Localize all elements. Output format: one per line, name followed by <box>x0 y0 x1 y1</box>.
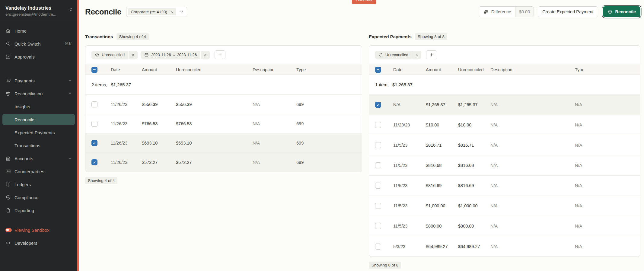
nav-label: Transactions <box>14 143 40 148</box>
search-icon <box>5 41 11 46</box>
status-filter-chip[interactable]: Unreconciled <box>91 51 138 59</box>
expected-payments-panel-header: Expected Payments Showing 8 of 8 <box>369 33 640 40</box>
row-checkbox[interactable] <box>91 121 97 127</box>
row-checkbox[interactable] <box>91 101 97 107</box>
cell-amount: $1,000.00 <box>426 203 458 208</box>
sidebar-item-home[interactable]: Home <box>2 25 75 36</box>
cell-description: N/A <box>490 224 575 228</box>
sidebar-item-quick-switch[interactable]: Quick Switch ⌘K <box>2 38 75 49</box>
nav-label: Viewing Sandbox <box>14 228 49 233</box>
table-row[interactable]: 11/5/23 $816.69 $816.69 N/A N/A <box>369 176 640 196</box>
scales-icon <box>5 91 11 96</box>
remove-status-filter-button[interactable] <box>412 51 421 59</box>
cell-description: N/A <box>490 203 575 208</box>
table-row[interactable]: 11/5/23 $1,000.00 $1,000.00 N/A N/A <box>369 196 640 216</box>
chevron-down-icon <box>68 79 72 82</box>
org-switcher-chevrons-icon[interactable] <box>69 6 73 13</box>
row-checkbox[interactable] <box>375 102 381 108</box>
nav-label: Reconcile <box>14 117 34 122</box>
table-row[interactable]: 11/5/23 $816.68 $816.68 N/A N/A <box>369 155 640 176</box>
date-filter-label: 2023-11-26 → 2023-11-26 <box>151 53 197 57</box>
cell-description: N/A <box>490 123 575 127</box>
add-filter-button[interactable] <box>215 50 225 59</box>
document-icon <box>5 208 11 213</box>
column-header: Type <box>296 67 362 72</box>
add-filter-button[interactable] <box>426 50 437 59</box>
sidebar-item-transactions[interactable]: Transactions <box>2 140 75 151</box>
chevron-down-icon[interactable] <box>180 10 183 14</box>
table-row[interactable]: 11/26/23 $556.39 $556.39 N/A 699 <box>85 95 362 114</box>
sidebar-item-reconciliation[interactable]: Reconciliation <box>2 88 75 99</box>
sidebar-item-developers[interactable]: Developers <box>2 238 75 248</box>
cell-amount: $1,265.37 <box>426 102 458 107</box>
sidebar-item-ledgers[interactable]: Ledgers <box>2 179 75 190</box>
table-row[interactable]: 11/5/23 $800.00 $800.00 N/A N/A <box>369 216 640 236</box>
row-checkbox[interactable] <box>91 140 97 146</box>
sidebar-item-reporting[interactable]: Reporting <box>2 205 75 216</box>
row-checkbox[interactable] <box>375 142 381 148</box>
table-row[interactable]: 5/3/23 $64,989.27 $64,989.27 N/A N/A <box>369 236 640 257</box>
nav-label: Developers <box>14 241 37 246</box>
sidebar-item-accounts[interactable]: Accounts <box>2 153 75 164</box>
table-row[interactable]: 11/28/23 $10.00 $10.00 N/A N/A <box>369 115 640 135</box>
cell-date: 11/5/23 <box>393 203 426 208</box>
table-row[interactable]: 11/26/23 $766.53 $766.53 N/A 699 <box>85 114 362 133</box>
bank-icon <box>5 156 11 161</box>
sidebar-item-payments[interactable]: Payments <box>2 75 75 86</box>
sidebar-item-reconcile[interactable]: Reconcile <box>2 114 75 125</box>
table-row[interactable]: 11/26/23 $572.27 $572.27 N/A 699 <box>85 153 362 172</box>
account-filter-pill: Corporate (••• 4120) <box>128 8 176 15</box>
code-icon <box>5 240 11 246</box>
account-select[interactable]: Corporate (••• 4120) <box>126 7 187 17</box>
home-icon <box>5 28 11 33</box>
sidebar-item-compliance[interactable]: Compliance <box>2 192 75 203</box>
cell-date: 11/26/23 <box>111 102 142 107</box>
column-header: Date <box>393 67 426 72</box>
cell-type: N/A <box>575 163 640 168</box>
cell-unreconciled: $1,265.37 <box>458 102 490 107</box>
row-checkbox[interactable] <box>375 122 381 128</box>
close-icon[interactable] <box>170 10 174 14</box>
payments-icon <box>5 78 11 83</box>
date-filter-chip[interactable]: 2023-11-26 → 2023-11-26 <box>141 51 210 59</box>
nav-label: Counterparties <box>14 169 44 174</box>
row-checkbox[interactable] <box>91 159 97 165</box>
reconcile-button[interactable]: Reconcile <box>603 6 641 17</box>
calendar-icon <box>144 53 149 57</box>
table-row[interactable]: 11/26/23 $693.10 $693.10 N/A 699 <box>85 133 362 153</box>
row-checkbox[interactable] <box>375 183 381 189</box>
sidebar-item-expected-payments[interactable]: Expected Payments <box>2 127 75 138</box>
panel-title: Expected Payments <box>369 34 412 39</box>
nav-label: Reporting <box>14 208 34 213</box>
sidebar-item-viewing-sandbox[interactable]: Viewing Sandbox <box>2 225 75 235</box>
row-checkbox[interactable] <box>375 162 381 168</box>
table-row[interactable]: N/A $1,265.37 $1,265.37 N/A N/A <box>369 95 640 115</box>
status-filter-chip[interactable]: Unreconciled <box>375 51 421 59</box>
remove-status-filter-button[interactable] <box>129 51 138 59</box>
sandbox-toggle-icon[interactable] <box>5 228 12 232</box>
table-row[interactable]: 11/5/23 $816.71 $816.71 N/A N/A <box>369 135 640 155</box>
selection-summary-row: 2 items, $1,265.37 <box>85 75 362 95</box>
cell-unreconciled: $1,000.00 <box>458 203 490 208</box>
sidebar-item-approvals[interactable]: Approvals <box>2 51 75 62</box>
difference-button[interactable]: Difference $0.00 <box>479 6 534 17</box>
shield-icon <box>5 195 11 200</box>
transactions-table-header: Date Amount Unreconciled Description Typ… <box>85 65 362 75</box>
row-checkbox[interactable] <box>375 223 381 229</box>
panel-title: Transactions <box>85 34 113 39</box>
difference-icon <box>483 9 489 15</box>
row-checkbox[interactable] <box>375 244 381 250</box>
scales-icon <box>607 9 613 14</box>
main-content: Sandbox Reconcile Corporate (••• 4120) D… <box>79 0 644 271</box>
transactions-panel: Transactions Showing 4 of 4 Unreconciled <box>85 33 362 269</box>
sidebar-item-insights[interactable]: Insights <box>2 101 75 112</box>
org-switcher[interactable]: Vandelay Industries eric.greenstein@mode… <box>0 0 77 21</box>
select-all-checkbox[interactable] <box>91 67 97 73</box>
transactions-card: Unreconciled 2023-11-26 → 2023-11-26 <box>85 45 362 172</box>
remove-date-filter-button[interactable] <box>201 51 210 59</box>
create-expected-payment-button[interactable]: Create Expected Payment <box>538 6 598 17</box>
row-checkbox[interactable] <box>375 203 381 209</box>
sidebar-item-counterparties[interactable]: Counterparties <box>2 166 75 177</box>
expected-payments-table-header: Date Amount Unreconciled Description Typ… <box>369 65 640 75</box>
select-all-checkbox[interactable] <box>375 67 381 73</box>
